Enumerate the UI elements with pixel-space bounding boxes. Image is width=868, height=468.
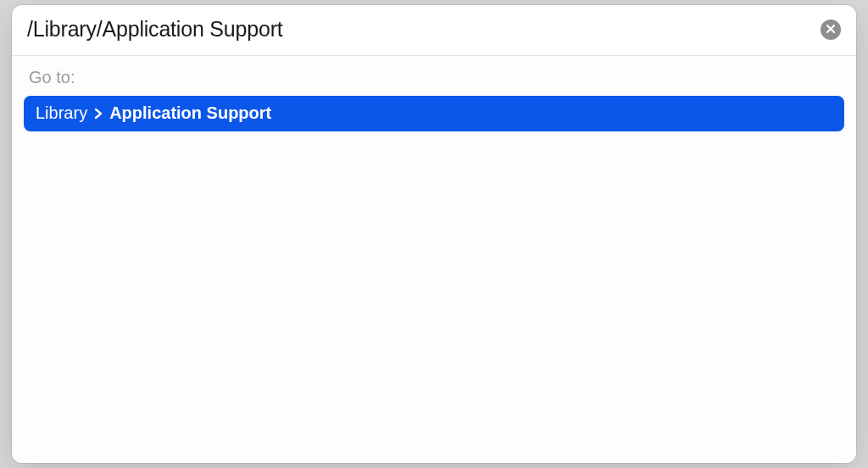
close-icon: [826, 22, 836, 37]
breadcrumb-segment: Application Support: [109, 103, 271, 123]
dialog-header: /Library/Application Support: [12, 5, 856, 56]
go-to-folder-dialog: /Library/Application Support Go to: Libr…: [12, 5, 856, 463]
chevron-right-icon: [94, 108, 103, 120]
breadcrumb-segment: Library: [36, 103, 87, 123]
go-to-label: Go to:: [24, 68, 844, 96]
close-button[interactable]: [821, 20, 841, 40]
path-input[interactable]: /Library/Application Support: [27, 17, 821, 42]
suggestion-row[interactable]: Library Application Support: [24, 96, 844, 131]
dialog-body: Go to: Library Application Support: [12, 56, 856, 463]
